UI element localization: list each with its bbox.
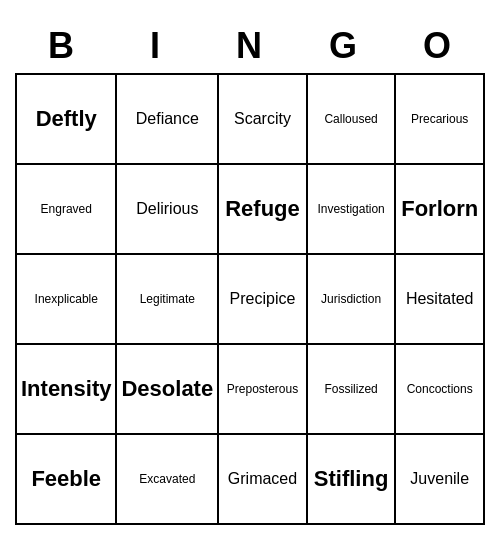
- bingo-cell: Precipice: [219, 255, 308, 345]
- bingo-cell: Intensity: [17, 345, 117, 435]
- bingo-cell: Jurisdiction: [308, 255, 397, 345]
- bingo-cell: Juvenile: [396, 435, 485, 525]
- cell-text: Grimaced: [228, 469, 297, 488]
- bingo-cell: Delirious: [117, 165, 219, 255]
- cell-text: Deftly: [36, 106, 97, 132]
- header-letter: G: [297, 19, 391, 73]
- bingo-cell: Refuge: [219, 165, 308, 255]
- header-letter: I: [109, 19, 203, 73]
- cell-text: Stifling: [314, 466, 389, 492]
- cell-text: Defiance: [136, 109, 199, 128]
- bingo-cell: Calloused: [308, 75, 397, 165]
- header-letter: O: [391, 19, 485, 73]
- cell-text: Calloused: [324, 112, 377, 126]
- cell-text: Delirious: [136, 199, 198, 218]
- bingo-cell: Hesitated: [396, 255, 485, 345]
- bingo-cell: Forlorn: [396, 165, 485, 255]
- cell-text: Precarious: [411, 112, 468, 126]
- header-letter: N: [203, 19, 297, 73]
- bingo-cell: Grimaced: [219, 435, 308, 525]
- bingo-cell: Legitimate: [117, 255, 219, 345]
- bingo-cell: Engraved: [17, 165, 117, 255]
- bingo-header: BINGO: [15, 19, 485, 73]
- bingo-cell: Defiance: [117, 75, 219, 165]
- bingo-cell: Fossilized: [308, 345, 397, 435]
- cell-text: Forlorn: [401, 196, 478, 222]
- bingo-cell: Excavated: [117, 435, 219, 525]
- cell-text: Desolate: [121, 376, 213, 402]
- cell-text: Precipice: [230, 289, 296, 308]
- bingo-cell: Concoctions: [396, 345, 485, 435]
- cell-text: Feeble: [31, 466, 101, 492]
- cell-text: Engraved: [41, 202, 92, 216]
- bingo-cell: Deftly: [17, 75, 117, 165]
- cell-text: Hesitated: [406, 289, 474, 308]
- cell-text: Concoctions: [407, 382, 473, 396]
- bingo-cell: Investigation: [308, 165, 397, 255]
- cell-text: Excavated: [139, 472, 195, 486]
- bingo-cell: Inexplicable: [17, 255, 117, 345]
- header-letter: B: [15, 19, 109, 73]
- cell-text: Intensity: [21, 376, 111, 402]
- bingo-cell: Scarcity: [219, 75, 308, 165]
- cell-text: Preposterous: [227, 382, 298, 396]
- cell-text: Jurisdiction: [321, 292, 381, 306]
- bingo-cell: Precarious: [396, 75, 485, 165]
- bingo-cell: Desolate: [117, 345, 219, 435]
- cell-text: Juvenile: [410, 469, 469, 488]
- cell-text: Inexplicable: [35, 292, 98, 306]
- cell-text: Refuge: [225, 196, 300, 222]
- cell-text: Investigation: [317, 202, 384, 216]
- bingo-cell: Stifling: [308, 435, 397, 525]
- bingo-cell: Feeble: [17, 435, 117, 525]
- bingo-grid: DeftlyDefianceScarcityCallousedPrecariou…: [15, 73, 485, 525]
- bingo-cell: Preposterous: [219, 345, 308, 435]
- cell-text: Fossilized: [324, 382, 377, 396]
- bingo-card: BINGO DeftlyDefianceScarcityCallousedPre…: [15, 19, 485, 525]
- cell-text: Scarcity: [234, 109, 291, 128]
- cell-text: Legitimate: [140, 292, 195, 306]
